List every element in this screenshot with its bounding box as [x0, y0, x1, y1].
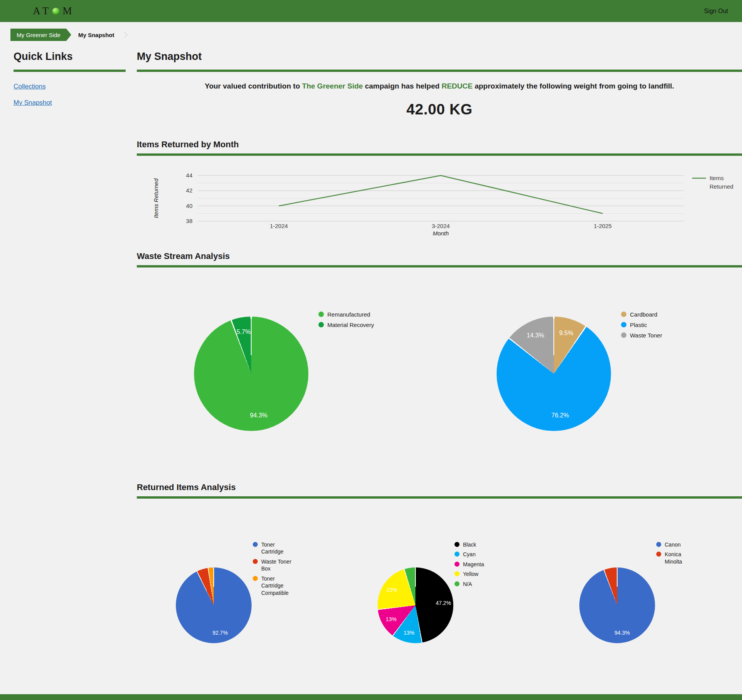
legend-label: Cardboard [630, 311, 657, 318]
pie-slice-label: 9.5% [559, 330, 573, 337]
chart-text: Returned [710, 183, 733, 190]
pie-chart-recovery-split: 94.3%5.7% RemanufacturedMaterial Recover… [137, 267, 439, 461]
pie: 9.5%76.2%14.3% [497, 317, 611, 431]
weight-saved-value: 42.00 KG [137, 101, 742, 118]
main-panel: My Snapshot Your valued contribution to … [137, 51, 742, 661]
pie-slice-label: 5.7% [237, 329, 250, 336]
sidebar-divider [14, 70, 126, 72]
legend-label: Canon [665, 541, 681, 548]
legend-label: Toner Cartridge Compatible [261, 575, 293, 596]
pie-slice-label: 14.3% [527, 332, 544, 339]
pie-legend: RemanufacturedMaterial Recovery [318, 311, 374, 332]
legend-item: Toner Cartridge Compatible [253, 575, 293, 596]
chart-text: 1-2025 [594, 223, 612, 229]
quick-links-title: Quick Links [14, 51, 126, 63]
contribution-message: Your valued contribution to The Greener … [137, 82, 742, 90]
legend-color-dot [454, 562, 459, 567]
message-text: Your valued contribution to [205, 82, 302, 90]
returned-items-charts: 92.7% Toner CartridgeWaste Toner BoxTone… [137, 499, 742, 661]
logo-text-left: AT [33, 5, 52, 17]
legend-color-dot [621, 312, 626, 317]
message-highlight-campaign: The Greener Side [302, 82, 363, 90]
legend-color-dot [454, 571, 459, 576]
items-returned-section-title: Items Returned by Month [137, 140, 742, 150]
waste-stream-charts: 94.3%5.7% RemanufacturedMaterial Recover… [137, 267, 742, 461]
pie-slice-label: 94.3% [250, 412, 267, 419]
sign-out-link[interactable]: Sign Out [704, 8, 728, 15]
legend-item: Cardboard [621, 311, 662, 318]
chart-text: Month [433, 230, 449, 237]
legend-label: Plastic [630, 321, 647, 329]
legend-item: Cyan [454, 551, 484, 558]
legend-label: Black [463, 541, 476, 548]
legend-item: Waste Toner Box [253, 558, 293, 572]
pie-legend: CardboardPlasticWaste Toner [621, 311, 662, 342]
pie-slice-label: 76.2% [551, 412, 569, 419]
chart-text: Items [710, 175, 724, 181]
line-chart-svg: 384042441-20243-20241-2025MonthItems Ret… [137, 168, 742, 241]
legend-label: Waste Toner Box [261, 558, 293, 572]
message-highlight-reduce: REDUCE [442, 82, 473, 90]
pie: 47.2%13%13%22% [378, 567, 453, 643]
chart-text: Items Returned [153, 178, 159, 218]
legend-label: Yellow [463, 571, 478, 577]
message-text: campaign has helped [363, 82, 442, 90]
returned-items-section-title: Returned Items Analysis [137, 482, 742, 492]
legend-item: Canon [656, 541, 696, 548]
chevron-right-icon [121, 32, 128, 38]
section-divider [137, 70, 742, 72]
message-text: approximately the following weight from … [473, 82, 674, 90]
legend-color-dot [318, 312, 324, 317]
pie-legend: Toner CartridgeWaste Toner BoxToner Cart… [253, 541, 293, 599]
legend-color-dot [253, 542, 258, 547]
app-header: AT M Sign Out [0, 0, 742, 22]
chart-text: 44 [186, 172, 192, 179]
legend-item: Yellow [454, 571, 484, 577]
legend-item: Material Recovery [318, 321, 374, 329]
legend-color-dot [656, 552, 661, 557]
sidebar-link-my-snapshot[interactable]: My Snapshot [14, 99, 126, 107]
legend-item: Waste Toner [621, 332, 662, 339]
legend-item: Toner Cartridge [253, 541, 293, 555]
pie-slice-label: 22% [386, 587, 397, 593]
legend-label: Material Recovery [327, 321, 374, 329]
legend-item: Magenta [454, 561, 484, 568]
legend-color-dot [656, 542, 661, 547]
legend-color-dot [253, 559, 258, 564]
legend-label: Konica Minolta [665, 551, 696, 565]
pie: 94.3%5.7% [194, 317, 308, 431]
pie-legend: CanonKonica Minolta [656, 541, 696, 568]
legend-item: N/A [454, 581, 484, 588]
pie-slice-label: 92.7% [213, 630, 228, 636]
pie: 92.7% [176, 567, 252, 643]
pie-legend: BlackCyanMagentaYellowN/A [454, 541, 484, 590]
pie-slice-label: 13% [403, 630, 414, 636]
pie-slice-label: 94.3% [614, 630, 630, 636]
breadcrumb: My Greener Side My Snapshot [10, 29, 742, 41]
legend-color-dot [454, 581, 459, 586]
green-sphere-icon [52, 8, 60, 15]
atom-logo[interactable]: AT M [33, 5, 75, 17]
pie-slice-label: 13% [386, 616, 397, 622]
pie-chart-brands: 94.3% CanonKonica Minolta [540, 499, 742, 661]
legend-color-dot [253, 576, 258, 581]
legend-label: Cyan [463, 551, 476, 558]
page-title: My Snapshot [137, 51, 742, 63]
pie-chart-waste-materials: 9.5%76.2%14.3% CardboardPlasticWaste Ton… [439, 267, 742, 461]
chart-text: 42 [186, 187, 192, 194]
items-returned-line-chart: 384042441-20243-20241-2025MonthItems Ret… [137, 168, 742, 243]
legend-label: Toner Cartridge [261, 541, 293, 555]
breadcrumb-my-greener-side[interactable]: My Greener Side [10, 29, 71, 41]
legend-label: Magenta [463, 561, 484, 568]
series-line [279, 175, 603, 213]
pie-chart-toner-colours: 47.2%13%13%22% BlackCyanMagentaYellowN/A [339, 499, 540, 661]
sidebar-link-collections[interactable]: Collections [14, 83, 126, 90]
legend-color-dot [318, 322, 324, 327]
waste-stream-section-title: Waste Stream Analysis [137, 251, 742, 261]
breadcrumb-my-snapshot: My Snapshot [78, 32, 114, 38]
legend-label: Waste Toner [630, 332, 662, 339]
chart-text: 1-2024 [270, 223, 288, 229]
content: Quick Links Collections My Snapshot My S… [0, 51, 742, 661]
legend-label: N/A [463, 581, 472, 588]
legend-color-dot [454, 552, 459, 557]
